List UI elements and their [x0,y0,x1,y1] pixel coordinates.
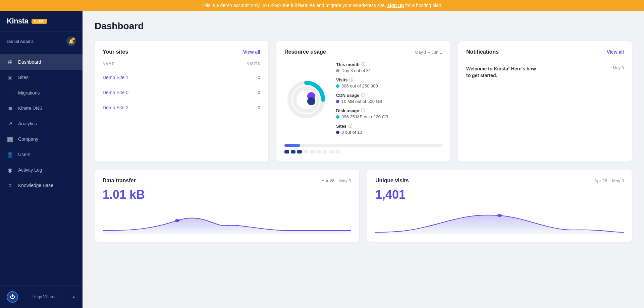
sidebar-user: Daniel Adams 🔔 [0,32,83,51]
page-dot[interactable] [335,150,340,153]
site-visits: 0 [207,70,260,85]
analytics-icon: ↗ [7,120,13,127]
sidebar-item-label: Migrations [18,90,40,96]
this-month-info[interactable]: ⓘ [361,62,365,67]
sites-info[interactable]: ⓘ [348,123,352,129]
unique-visits-chart-svg [375,207,624,234]
sidebar-item-sites[interactable]: ◎ Sites [0,70,83,85]
page-dot[interactable] [329,150,334,153]
sidebar-item-analytics[interactable]: ↗ Analytics [0,116,83,131]
page-title: Dashboard [95,21,632,32]
site-link[interactable]: Demo Site 1 [103,75,128,80]
visits-info[interactable]: ⓘ [349,77,353,83]
notification-bell[interactable]: 🔔 [66,37,76,46]
logo: Kinsta [7,17,28,25]
sidebar-footer: ⏻ Hugo Villareal ▲ [0,286,83,308]
data-transfer-title: Data transfer [103,178,136,184]
sites-visits-col: VISITS [207,62,260,70]
knowledge-base-icon: ○ [7,182,13,189]
sites-name-col: NAME [103,62,207,70]
notif-dot [72,38,75,40]
banner-text: This is a demo account only. To unlock t… [201,3,387,8]
unique-visits-title: Unique visits [375,178,409,184]
sidebar-item-kinsta-dns[interactable]: ≋ Kinsta DNS [0,101,83,116]
notifications-card: Notifications View all Welcome to Kinsta… [458,41,632,162]
your-sites-header: Your sites View all [103,49,260,55]
power-button[interactable]: ⏻ [7,291,18,303]
data-transfer-chart [103,207,351,234]
sidebar: Kinsta DEMO Daniel Adams 🔔 ⊞ Dashboard ◎… [0,11,83,308]
unique-visits-card: Unique visits Apr 26 – May 3 1,401 [367,170,632,242]
page-dot[interactable] [310,150,315,153]
svg-point-5 [175,219,180,222]
resource-usage-card: Resource usage May 1 – Jun 1 [276,41,450,162]
cdn-info[interactable]: ⓘ [361,93,365,98]
data-transfer-date: Apr 26 – May 3 [322,178,351,183]
sites-stat-label: Sites [336,124,346,129]
banner-text-after: for a hosting plan. [404,3,442,8]
demo-banner: This is a demo account only. To unlock t… [0,0,644,11]
notification-item: Welcome to Kinsta! Here's how to get sta… [466,62,624,83]
donut-chart [284,78,328,123]
sidebar-item-label: Users [18,152,31,157]
unique-visits-header: Unique visits Apr 26 – May 3 [375,178,624,184]
svg-point-6 [497,214,502,217]
your-sites-view-all[interactable]: View all [243,49,260,55]
sidebar-item-label: Sites [18,75,29,80]
page-dot[interactable] [297,150,302,153]
data-transfer-value: 1.01 kB [103,188,351,202]
notifications-list: Welcome to Kinsta! Here's how to get sta… [466,62,624,83]
sidebar-item-activity-log[interactable]: ◉ Activity Log [0,162,83,178]
disk-stat: Disk usage ⓘ 396.25 MB out of 20 GB [336,108,442,119]
progress-fill [284,144,300,147]
sidebar-item-label: Kinsta DNS [18,106,42,111]
signup-link[interactable]: sign up [387,3,404,8]
resource-usage-date: May 1 – Jun 1 [415,50,442,55]
page-dot[interactable] [284,150,289,153]
this-month-label: This month [336,62,360,67]
sites-table: NAME VISITS Demo Site 1 0 Demo Site 0 0 … [103,62,260,115]
unique-visits-date: Apr 26 – May 3 [594,178,624,183]
page-dot[interactable] [316,150,321,153]
sidebar-item-users[interactable]: 👤 Users [0,147,83,162]
visits-stat: Visits ⓘ 306 out of 250,000 [336,77,442,88]
resource-usage-header: Resource usage May 1 – Jun 1 [284,49,442,55]
page-dot[interactable] [291,150,296,153]
dashboard-icon: ⊞ [7,59,13,65]
site-link[interactable]: Demo Site 0 [103,90,128,95]
site-visits: 0 [207,100,260,115]
sidebar-item-label: Activity Log [18,167,42,173]
table-row: Demo Site 2 0 [103,100,260,115]
sidebar-item-migrations[interactable]: → Migrations [0,85,83,101]
your-sites-title: Your sites [103,49,128,55]
cdn-dot [336,100,339,103]
sidebar-item-label: Analytics [18,121,37,126]
chevron-up-icon[interactable]: ▲ [72,295,76,299]
sites-stat-value: 3 out of 10 [341,130,362,135]
sidebar-item-dashboard[interactable]: ⊞ Dashboard [0,54,83,70]
cdn-label: CDN usage [336,93,359,98]
migrations-icon: → [7,89,13,96]
this-month-value: Day 3 out of 31 [341,68,371,73]
visits-value: 306 out of 250,000 [341,83,378,88]
notifications-title: Notifications [466,49,499,55]
sites-icon: ◎ [7,74,13,81]
site-link[interactable]: Demo Site 2 [103,105,128,110]
page-dot[interactable] [323,150,327,153]
sidebar-item-company[interactable]: 🏢 Company [0,131,83,147]
page-dots [284,150,442,153]
table-row: Demo Site 1 0 [103,70,260,85]
demo-badge: DEMO [32,19,47,24]
disk-info[interactable]: ⓘ [361,108,365,114]
notifications-view-all[interactable]: View all [607,49,624,55]
logo-area: Kinsta DEMO [7,17,47,25]
sidebar-item-label: Company [18,136,38,142]
dns-icon: ≋ [7,105,13,112]
page-dot[interactable] [304,150,308,153]
data-transfer-chart-svg [103,207,351,234]
company-icon: 🏢 [7,136,13,142]
main-content: Dashboard Your sites View all NAME VISIT… [83,11,644,308]
resource-usage-title: Resource usage [284,49,326,55]
sidebar-item-knowledge-base[interactable]: ○ Knowledge Base [0,178,83,193]
sidebar-item-label: Dashboard [18,59,41,65]
